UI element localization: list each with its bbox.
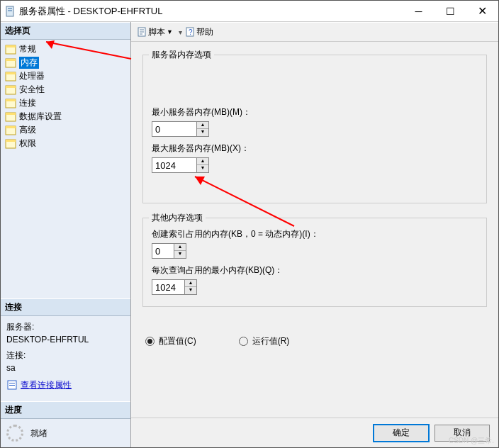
page-tree: 常规内存处理器安全性连接数据库设置高级权限	[1, 40, 130, 153]
page-icon	[5, 112, 16, 122]
index-memory-input[interactable]	[152, 244, 174, 258]
page-icon	[5, 58, 16, 68]
connection-header: 连接	[1, 298, 130, 316]
run-value-radio[interactable]: 运行值(R)	[239, 335, 290, 347]
spin-up[interactable]: ▲	[185, 280, 196, 287]
help-button[interactable]: ? 帮助	[185, 26, 213, 38]
properties-icon	[6, 379, 18, 391]
server-memory-legend: 服务器内存选项	[149, 49, 214, 61]
toolbar: 脚本 ▼ ▾ ? 帮助	[131, 22, 498, 42]
query-memory-spinner[interactable]: ▲▼	[152, 279, 197, 295]
value-mode-radios: 配置值(C) 运行值(R)	[142, 335, 487, 347]
sidebar-item-label: 常规	[19, 43, 36, 55]
select-page-header: 选择页	[1, 22, 130, 40]
spin-down[interactable]: ▼	[174, 251, 186, 258]
server-icon	[5, 6, 15, 17]
toolbar-separator: ▾	[179, 28, 182, 36]
svg-rect-18	[6, 140, 16, 142]
sidebar-item-label: 处理器	[19, 70, 45, 82]
page-icon	[5, 139, 16, 149]
dialog-window: 服务器属性 - DESKTOP-EHFRTUL ─ ☐ ✕ 选择页 常规内存处理…	[0, 0, 499, 448]
main-panel: 脚本 ▼ ▾ ? 帮助 服务器内存选项 最小服务器内存(MB)(M)： ▲▼	[131, 22, 498, 447]
query-memory-input[interactable]	[152, 280, 184, 294]
other-memory-group: 其他内存选项 创建索引占用的内存(KB，0 = 动态内存)(I)： ▲▼ 每次查…	[142, 218, 487, 307]
svg-rect-21	[9, 385, 15, 386]
main-body: 服务器内存选项 最小服务器内存(MB)(M)： ▲▼ 最大服务器内存(MB)(X…	[131, 42, 498, 418]
maximize-button[interactable]: ☐	[434, 1, 466, 21]
svg-text:?: ?	[189, 28, 193, 36]
config-value-radio[interactable]: 配置值(C)	[145, 335, 196, 347]
server-label: 服务器:	[6, 320, 125, 333]
ok-button[interactable]: 确定	[374, 425, 429, 442]
progress-spinner-icon	[6, 425, 23, 442]
svg-rect-4	[6, 45, 16, 47]
sidebar-item-label: 数据库设置	[19, 111, 62, 123]
minimize-button[interactable]: ─	[403, 1, 434, 21]
server-value: DESKTOP-EHFRTUL	[6, 333, 125, 346]
sidebar-item[interactable]: 安全性	[5, 83, 130, 96]
content-area: 选择页 常规内存处理器安全性连接数据库设置高级权限 连接 服务器: DESKTO…	[1, 22, 498, 447]
min-memory-label: 最小服务器内存(MB)(M)：	[152, 106, 478, 118]
svg-rect-1	[8, 8, 12, 9]
watermark: CSDN @三希.	[449, 436, 494, 446]
sidebar-item-label: 高级	[19, 124, 36, 136]
titlebar[interactable]: 服务器属性 - DESKTOP-EHFRTUL ─ ☐ ✕	[1, 1, 498, 22]
page-icon	[5, 85, 16, 95]
window-title: 服务器属性 - DESKTOP-EHFRTUL	[19, 5, 403, 18]
svg-rect-20	[9, 383, 15, 383]
svg-rect-14	[6, 113, 16, 115]
query-memory-label: 每次查询占用的最小内存(KB)(Q)：	[152, 264, 478, 276]
link-label: 查看连接属性	[21, 379, 72, 391]
svg-rect-6	[6, 59, 16, 61]
max-memory-label: 最大服务器内存(MB)(X)：	[152, 142, 478, 155]
close-button[interactable]: ✕	[466, 1, 498, 21]
conn-value: sa	[6, 362, 125, 374]
svg-rect-2	[8, 10, 12, 11]
progress-panel: 就绪	[1, 419, 130, 447]
min-memory-spinner[interactable]: ▲▼	[152, 121, 209, 137]
svg-rect-8	[6, 72, 16, 74]
server-memory-group: 服务器内存选项 最小服务器内存(MB)(M)： ▲▼ 最大服务器内存(MB)(X…	[142, 55, 487, 203]
sidebar-item[interactable]: 高级	[5, 123, 130, 137]
script-button[interactable]: 脚本 ▼	[137, 26, 173, 38]
sidebar-item[interactable]: 连接	[5, 96, 130, 110]
spin-down[interactable]: ▼	[197, 129, 208, 136]
index-memory-label: 创建索引占用的内存(KB，0 = 动态内存)(I)：	[152, 228, 478, 240]
spin-up[interactable]: ▲	[197, 122, 208, 129]
svg-rect-12	[6, 99, 16, 101]
sidebar-item-label: 权限	[19, 138, 36, 150]
max-memory-input[interactable]	[152, 158, 196, 172]
conn-label: 连接:	[6, 349, 125, 362]
view-connection-properties-link[interactable]: 查看连接属性	[6, 379, 72, 391]
page-icon	[5, 45, 16, 55]
sidebar-item-label: 安全性	[19, 84, 45, 96]
min-memory-input[interactable]	[152, 122, 196, 136]
dialog-footer: 确定 取消	[131, 418, 498, 447]
page-icon	[5, 72, 16, 82]
sidebar-item-label: 连接	[19, 97, 36, 109]
sidebar-item[interactable]: 权限	[5, 137, 130, 150]
spin-up[interactable]: ▲	[197, 158, 208, 165]
spin-down[interactable]: ▼	[197, 165, 208, 172]
connection-panel: 服务器: DESKTOP-EHFRTUL 连接: sa 查看连接属性	[1, 316, 130, 401]
script-icon	[137, 26, 148, 38]
other-memory-legend: 其他内存选项	[149, 212, 206, 224]
index-memory-spinner[interactable]: ▲▼	[152, 243, 186, 259]
sidebar: 选择页 常规内存处理器安全性连接数据库设置高级权限 连接 服务器: DESKTO…	[1, 22, 131, 447]
sidebar-item[interactable]: 常规	[5, 43, 130, 56]
chevron-down-icon: ▼	[167, 28, 173, 35]
progress-header: 进度	[1, 401, 130, 419]
help-icon: ?	[185, 26, 196, 38]
svg-rect-10	[6, 86, 16, 88]
sidebar-item[interactable]: 处理器	[5, 69, 130, 83]
progress-status: 就绪	[30, 427, 47, 439]
spin-down[interactable]: ▼	[185, 287, 196, 294]
spin-up[interactable]: ▲	[174, 244, 186, 251]
sidebar-item-label: 内存	[19, 57, 39, 69]
max-memory-spinner[interactable]: ▲▼	[152, 157, 209, 173]
page-icon	[5, 125, 16, 135]
sidebar-item[interactable]: 数据库设置	[5, 110, 130, 123]
page-icon	[5, 99, 16, 108]
sidebar-item[interactable]: 内存	[5, 56, 130, 69]
svg-rect-16	[6, 126, 16, 128]
